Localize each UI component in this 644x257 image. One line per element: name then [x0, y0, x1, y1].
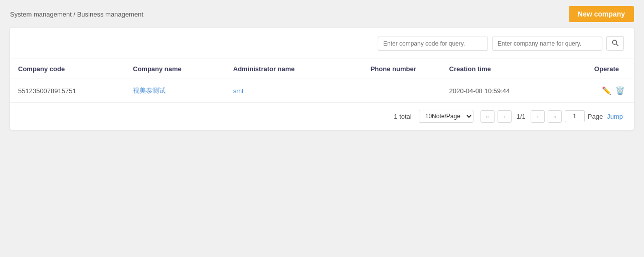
search-icon: [611, 39, 619, 47]
table-header: Company code Company name Administrator …: [10, 59, 634, 79]
page-jump-input[interactable]: [565, 110, 585, 122]
cell-admin-name: smt: [225, 79, 346, 103]
cell-creation-time: 2020-04-08 10:59:44: [441, 79, 560, 103]
delete-button[interactable]: 🗑️: [614, 85, 626, 96]
pagination-bar: 1 total 10Note/Page 20Note/Page 50Note/P…: [10, 103, 634, 130]
col-company-name: Company name: [125, 59, 225, 79]
breadcrumb: System management / Business management: [10, 11, 143, 18]
top-bar: System management / Business management …: [0, 0, 644, 28]
next-page-button[interactable]: ›: [531, 110, 545, 123]
breadcrumb-current: Business management: [77, 11, 143, 18]
new-company-button[interactable]: New company: [569, 6, 634, 22]
main-card: Company code Company name Administrator …: [10, 28, 634, 130]
col-admin-name: Administrator name: [225, 59, 346, 79]
page-info: 1/1: [517, 113, 526, 120]
prev-page-button[interactable]: ‹: [498, 110, 512, 123]
last-page-button[interactable]: »: [548, 110, 562, 123]
col-operate: Operate: [560, 59, 634, 79]
col-phone-number: Phone number: [346, 59, 441, 79]
search-bar: [10, 36, 634, 59]
breadcrumb-system: System management: [10, 11, 72, 18]
cell-company-code: 5512350078915751: [10, 79, 125, 103]
cell-phone-number: [346, 79, 441, 103]
search-name-input[interactable]: [492, 37, 602, 51]
cell-operate: ✏️ 🗑️: [560, 79, 634, 103]
col-company-code: Company code: [10, 59, 125, 79]
col-creation-time: Creation time: [441, 59, 560, 79]
svg-line-1: [616, 44, 618, 46]
pagination-total: 1 total: [394, 113, 411, 120]
edit-button[interactable]: ✏️: [601, 85, 612, 96]
search-code-input[interactable]: [378, 37, 488, 51]
breadcrumb-separator: /: [73, 11, 77, 18]
first-page-button[interactable]: «: [480, 110, 495, 123]
cell-company-name: 视美泰测试: [125, 79, 225, 103]
table-row: 5512350078915751 视美泰测试 smt 2020-04-08 10…: [10, 79, 634, 103]
search-button[interactable]: [606, 36, 624, 51]
company-table: Company code Company name Administrator …: [10, 59, 634, 103]
per-page-select[interactable]: 10Note/Page 20Note/Page 50Note/Page: [419, 110, 473, 123]
page-label: Page: [588, 113, 603, 120]
jump-button[interactable]: Jump: [606, 113, 624, 120]
table-body: 5512350078915751 视美泰测试 smt 2020-04-08 10…: [10, 79, 634, 103]
